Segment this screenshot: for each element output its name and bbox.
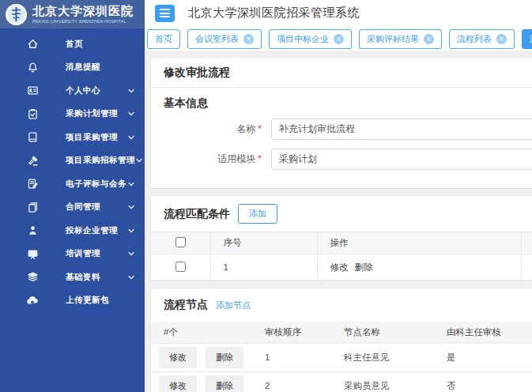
hospital-logo: 北京大学深圳医院 PEKING UNIVERSITY SHENZHEN HOSP… xyxy=(0,0,145,28)
section-title-basic-info: 基本信息 xyxy=(164,96,208,109)
edit-link[interactable]: 修改 xyxy=(330,262,349,272)
sidebar-item-training[interactable]: 培训管理 xyxy=(0,243,145,266)
flow-nodes-table: #个 审核顺序 节点名称 由科主任审核 修改 删除 1 科主任意见 是 xyxy=(151,322,532,392)
required-asterisk xyxy=(255,153,262,164)
page-title: 修改审批流程 xyxy=(164,66,230,78)
close-icon[interactable] xyxy=(496,34,507,44)
card-match-conditions: 流程匹配条件 添加 序号 操作 字 1 修改 删 xyxy=(150,195,532,281)
sidebar-item-profile[interactable]: 个人中心 xyxy=(0,79,145,103)
tab-eval-results[interactable]: 采购评标结果 xyxy=(359,29,442,49)
gavel-icon xyxy=(26,154,39,167)
col-order: 审核顺序 xyxy=(252,322,331,343)
chevron-down-icon xyxy=(127,250,135,258)
edit-button[interactable]: 修改 xyxy=(159,347,197,368)
sidebar-item-base-data[interactable]: 基础资料 xyxy=(0,266,145,289)
id-card-icon xyxy=(26,85,39,97)
cell-order: 1 xyxy=(252,343,331,371)
contract-icon xyxy=(26,201,39,213)
select-all-checkbox[interactable] xyxy=(175,237,186,247)
app-window: 北京大学深圳医院 PEKING UNIVERSITY SHENZHEN HOSP… xyxy=(0,0,532,392)
chevron-down-icon xyxy=(135,156,143,164)
sidebar: 北京大学深圳医院 PEKING UNIVERSITY SHENZHEN HOSP… xyxy=(0,0,145,392)
presentation-icon xyxy=(26,247,39,260)
home-icon xyxy=(26,38,39,51)
chevron-down-icon xyxy=(127,180,135,188)
close-icon[interactable] xyxy=(243,34,254,44)
cell-node-name: 采购员意见 xyxy=(331,371,434,392)
delete-link[interactable]: 删除 xyxy=(355,262,373,272)
hospital-emblem-icon xyxy=(5,3,28,26)
sidebar-item-contracts[interactable]: 合同管理 xyxy=(0,196,145,220)
edit-button[interactable]: 修改 xyxy=(159,375,197,392)
sidebar-item-bidding[interactable]: 项目采购招标管理 xyxy=(0,149,145,173)
table-header-row: 序号 操作 字 xyxy=(151,232,532,254)
cloud-upload-icon xyxy=(26,294,39,307)
col-node-name: 节点名称 xyxy=(331,322,434,343)
cell-dept-head: 否 xyxy=(434,371,532,392)
chevron-down-icon xyxy=(127,87,135,95)
sidebar-item-purchase-plan[interactable]: 采购计划管理 xyxy=(0,103,145,126)
table-row: 修改 删除 1 科主任意见 是 xyxy=(151,343,532,371)
applicable-module-input[interactable] xyxy=(271,149,532,170)
table-row: 修改 删除 2 采购员意见 否 xyxy=(151,371,532,392)
chevron-down-icon xyxy=(127,134,135,141)
tab-meeting-room-list[interactable]: 会议室列表 xyxy=(187,29,262,49)
sidebar-item-eval-meeting[interactable]: 电子评标与会务 xyxy=(0,172,145,196)
layers-icon xyxy=(26,271,39,284)
match-conditions-table: 序号 操作 字 1 修改 删除 计 xyxy=(151,232,532,281)
name-field-label: 名称 xyxy=(236,123,255,134)
main-area: 北京大学深圳医院招采管理系统 首页 会议室列表 项目中标企业 采购评标结果 流程… xyxy=(145,0,532,392)
close-icon[interactable] xyxy=(424,34,434,44)
delete-button[interactable]: 删除 xyxy=(206,375,243,392)
chevron-down-icon xyxy=(127,203,135,211)
tab-flow-list[interactable]: 流程列表 xyxy=(449,29,515,49)
sidebar-item-messages[interactable]: 消息提醒 xyxy=(0,56,145,80)
tab-winning-companies[interactable]: 项目中标企业 xyxy=(269,29,352,49)
card-flow-nodes: 流程节点 添加节点 #个 审核顺序 节点名称 由科主任审核 修改 删除 xyxy=(150,288,532,392)
table-row: 1 修改 删除 计 xyxy=(151,254,532,281)
add-condition-button[interactable]: 添加 xyxy=(238,204,277,224)
chevron-down-icon xyxy=(127,273,135,281)
basic-info-form: 名称 适用模块 xyxy=(164,119,532,170)
card-basic-info: 修改审批流程 基本信息 名称 适用模块 xyxy=(150,57,532,189)
tab-bar: 首页 会议室列表 项目中标企业 采购评标结果 流程列表 流程 xyxy=(145,26,532,52)
close-icon[interactable] xyxy=(334,34,344,44)
user-icon xyxy=(26,224,39,237)
col-operation: 操作 xyxy=(317,232,521,254)
required-asterisk xyxy=(255,123,262,134)
name-input[interactable] xyxy=(271,119,532,140)
sidebar-menu: 首页 消息提醒 个人中心 采购计划管理 xyxy=(0,28,145,312)
add-node-link[interactable]: 添加节点 xyxy=(216,300,251,311)
col-num: #个 xyxy=(151,322,252,343)
tab-home[interactable]: 首页 xyxy=(147,29,180,49)
cell-node-name: 科主任意见 xyxy=(331,343,434,371)
table-header-row: #个 审核顺序 节点名称 由科主任审核 xyxy=(151,322,532,343)
cell-actions: 修改 删除 xyxy=(317,254,521,281)
tab-flow-active[interactable]: 流程 xyxy=(522,29,532,49)
sidebar-item-home[interactable]: 首页 xyxy=(0,32,145,56)
sidebar-item-bidder-companies[interactable]: 投标企业管理 xyxy=(0,219,145,243)
hamburger-menu-button[interactable] xyxy=(155,5,175,22)
cell-seq: 1 xyxy=(210,254,317,281)
app-title: 北京大学深圳医院招采管理系统 xyxy=(188,6,360,21)
hospital-name-en: PEKING UNIVERSITY SHENZHEN HOSPITAL xyxy=(32,20,134,24)
topbar: 北京大学深圳医院招采管理系统 xyxy=(145,0,532,26)
book-icon xyxy=(26,131,39,144)
sidebar-item-upload-package[interactable]: 上传更新包 xyxy=(0,289,145,313)
col-clipped: 字 xyxy=(521,232,532,254)
page-content: 修改审批流程 基本信息 名称 适用模块 xyxy=(145,52,532,392)
clipboard-check-icon xyxy=(26,107,39,120)
sidebar-item-project-purchase[interactable]: 项目采购管理 xyxy=(0,126,145,149)
doc-pen-icon xyxy=(26,178,39,190)
cell-dept-head: 是 xyxy=(434,343,532,371)
delete-button[interactable]: 删除 xyxy=(206,347,243,368)
hospital-name: 北京大学深圳医院 xyxy=(32,6,134,17)
row-checkbox[interactable] xyxy=(175,262,186,272)
section-title-match-conditions: 流程匹配条件 xyxy=(164,207,230,221)
section-title-flow-nodes: 流程节点 xyxy=(164,298,208,312)
chevron-down-icon xyxy=(127,110,135,118)
bell-icon xyxy=(26,61,39,74)
col-seq: 序号 xyxy=(210,232,317,254)
module-field-label: 适用模块 xyxy=(217,153,255,164)
cell-order: 2 xyxy=(252,371,331,392)
